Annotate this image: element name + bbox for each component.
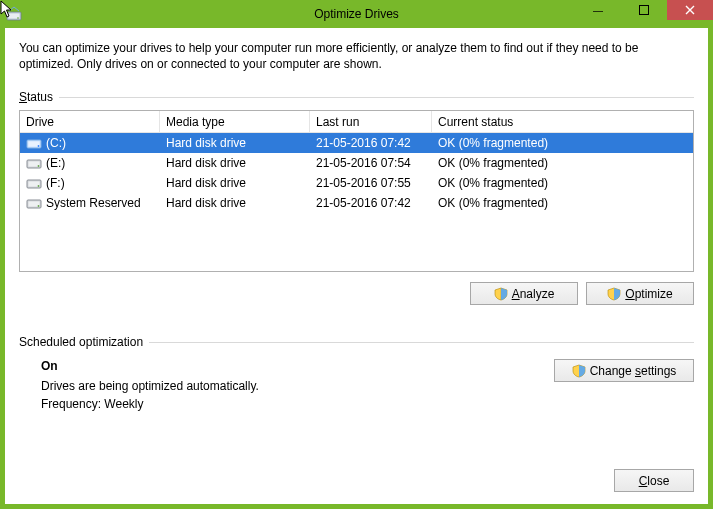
shield-icon (494, 287, 508, 301)
drive-list[interactable]: Drive Media type Last run Current status… (19, 110, 694, 272)
close-window-button[interactable] (667, 0, 713, 20)
table-row[interactable]: (F:)Hard disk drive21-05-2016 07:55OK (0… (20, 173, 693, 193)
table-header[interactable]: Drive Media type Last run Current status (20, 111, 693, 133)
drive-media: Hard disk drive (160, 176, 310, 190)
svg-point-15 (38, 205, 40, 207)
drive-media: Hard disk drive (160, 136, 310, 150)
drive-icon (26, 136, 42, 150)
maximize-button[interactable] (621, 0, 667, 20)
shield-icon (607, 287, 621, 301)
app-icon (6, 6, 22, 22)
drive-status: OK (0% fragmented) (432, 136, 693, 150)
drive-media: Hard disk drive (160, 196, 310, 210)
svg-point-12 (38, 185, 40, 187)
drive-icon (26, 196, 42, 210)
optimize-button[interactable]: Optimize (586, 282, 694, 305)
titlebar[interactable]: Optimize Drives — (0, 0, 713, 28)
drive-status: OK (0% fragmented) (432, 156, 693, 170)
drive-icon (26, 176, 42, 190)
sched-frequency: Frequency: Weekly (41, 397, 694, 411)
drive-name: (C:) (46, 136, 66, 150)
col-last[interactable]: Last run (310, 111, 432, 132)
sched-section-label: Scheduled optimization (19, 335, 694, 349)
col-status[interactable]: Current status (432, 111, 693, 132)
status-section-label: Status (19, 90, 694, 104)
col-drive[interactable]: Drive (20, 111, 160, 132)
shield-icon (572, 364, 586, 378)
drive-last-run: 21-05-2016 07:55 (310, 176, 432, 190)
svg-point-6 (38, 145, 40, 147)
drive-status: OK (0% fragmented) (432, 196, 693, 210)
drive-last-run: 21-05-2016 07:54 (310, 156, 432, 170)
analyze-button[interactable]: Analyze (470, 282, 578, 305)
drive-icon (26, 156, 42, 170)
client-area: You can optimize your drives to help you… (0, 28, 713, 509)
svg-rect-3 (640, 6, 649, 15)
table-row[interactable]: (C:)Hard disk drive21-05-2016 07:42OK (0… (20, 133, 693, 153)
table-row[interactable]: System ReservedHard disk drive21-05-2016… (20, 193, 693, 213)
col-media[interactable]: Media type (160, 111, 310, 132)
drive-name: (E:) (46, 156, 65, 170)
drive-name: System Reserved (46, 196, 141, 210)
intro-text: You can optimize your drives to help you… (19, 40, 694, 72)
drive-status: OK (0% fragmented) (432, 176, 693, 190)
svg-point-2 (17, 17, 19, 19)
drive-last-run: 21-05-2016 07:42 (310, 136, 432, 150)
table-row[interactable]: (E:)Hard disk drive21-05-2016 07:54OK (0… (20, 153, 693, 173)
drive-last-run: 21-05-2016 07:42 (310, 196, 432, 210)
minimize-button[interactable]: — (575, 0, 621, 20)
drive-media: Hard disk drive (160, 156, 310, 170)
change-settings-button[interactable]: Change settings (554, 359, 694, 382)
close-button[interactable]: Close (614, 469, 694, 492)
drive-name: (F:) (46, 176, 65, 190)
svg-point-9 (38, 165, 40, 167)
